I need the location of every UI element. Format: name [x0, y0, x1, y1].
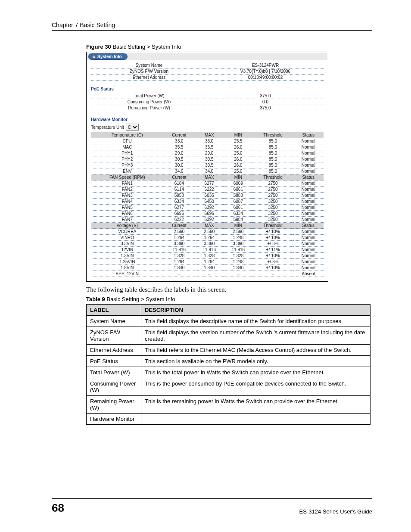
desc-label-cell: ZyNOS F/W Version: [87, 327, 141, 345]
hw-cell: 5984: [224, 217, 252, 223]
hw-cell: 25.0: [224, 150, 252, 156]
hw-cell: 2750: [252, 187, 293, 193]
hw-cell: Normal: [293, 217, 324, 223]
info-value: ES-3124PWR: [207, 62, 324, 68]
hw-cell: FAN4: [91, 199, 164, 205]
desc-value-cell: This field displays the version number o…: [141, 327, 371, 345]
hw-cell: 12VIN: [91, 247, 164, 253]
desc-value-cell: [141, 414, 371, 425]
temp-unit-select[interactable]: C: [126, 124, 139, 131]
hw-cell: 35.5: [164, 144, 195, 150]
table-row: FAN46334645060873250Normal: [91, 199, 324, 205]
table-row: VCOREA2.5602.5602.560+/-10%Normal: [91, 229, 324, 235]
hw-header-cell: Threshold: [252, 174, 293, 180]
hw-cell: 33.0: [164, 138, 195, 144]
hw-cell: 1.264: [164, 259, 195, 265]
hw-cell: 2750: [252, 193, 293, 199]
table-row: Consuming Power (W)This is the power con…: [87, 378, 371, 396]
page-number: 68: [52, 501, 64, 515]
hw-cell: Normal: [293, 265, 324, 271]
hw-cell: MAC: [91, 144, 164, 150]
hw-cell: 1.264: [195, 235, 224, 241]
hw-header-cell: Temperature (C): [91, 132, 164, 138]
info-row: System NameES-3124PWR: [91, 62, 324, 68]
hw-cell: BPS_12VIN: [91, 271, 164, 277]
hw-cell: 3.360: [195, 241, 224, 247]
system-info-screenshot: System Info System NameES-3124PWRZyNOS F…: [86, 52, 328, 282]
poe-label: Total Power (W): [91, 93, 207, 99]
hw-cell: 6222: [164, 217, 195, 223]
hw-cell: 1.328: [164, 253, 195, 259]
hw-cell: 3250: [252, 199, 293, 205]
hw-cell: 1.25VIN: [91, 259, 164, 265]
hw-header-cell: Status: [293, 132, 324, 138]
hw-cell: 3.3VIN: [91, 241, 164, 247]
hw-cell: 6334: [224, 211, 252, 217]
hw-cell: 85.0: [252, 162, 293, 168]
hw-cell: CPU: [91, 138, 164, 144]
hw-header-cell: MAX: [195, 132, 224, 138]
poe-row: Consuming Power (W)0.0: [91, 99, 324, 105]
hw-header-cell: Threshold: [252, 223, 293, 229]
hw-cell: Normal: [293, 229, 324, 235]
hw-cell: Normal: [293, 211, 324, 217]
desc-label-cell: Consuming Power (W): [87, 378, 141, 396]
poe-label: Remaining Power (W): [91, 105, 207, 111]
hw-cell: Normal: [293, 241, 324, 247]
hw-cell: 2.560: [195, 229, 224, 235]
table-row: Ethernet AddressThis field refers to the…: [87, 345, 371, 356]
table-row: MAC35.535.526.085.0Normal: [91, 144, 324, 150]
desc-value-cell: This is the remaining power in Watts the…: [141, 396, 371, 414]
hw-cell: 6114: [164, 187, 195, 193]
hw-cell: Normal: [293, 150, 324, 156]
hw-cell: 85.0: [252, 156, 293, 162]
table-row: 3.3VIN3.3603.3603.360+/-8%Normal: [91, 241, 324, 247]
table-row: 1.8VIN1.8401.8401.840+/-10%Normal: [91, 265, 324, 271]
hw-cell: 25.5: [224, 138, 252, 144]
table-row: 1.3VIN1.3281.3281.328+/-10%Normal: [91, 253, 324, 259]
hw-cell: Normal: [293, 193, 324, 199]
table-row: PoE StatusThis section is available on t…: [87, 356, 371, 367]
table-row: PHY230.530.526.085.0Normal: [91, 156, 324, 162]
hw-cell: FAN5: [91, 205, 164, 211]
hw-cell: 3.360: [164, 241, 195, 247]
hw-header-cell: Status: [293, 174, 324, 180]
poe-value: 375.0: [207, 105, 324, 111]
table-number: Table 9: [86, 296, 105, 302]
info-label: ZyNOS F/W Version: [91, 68, 207, 74]
hw-cell: 3250: [252, 211, 293, 217]
hw-cell: 11.916: [164, 247, 195, 253]
hw-cell: --: [224, 271, 252, 277]
hw-cell: 1.264: [195, 259, 224, 265]
poe-value: 0.0: [207, 99, 324, 105]
table-caption-text: Basic Setting > System Info: [105, 296, 175, 302]
figure-caption: Figure 30 Basic Setting > System Info: [86, 44, 372, 50]
hardware-monitor-table: Temperature (C)CurrentMAXMINThresholdSta…: [91, 132, 324, 277]
info-label: System Name: [91, 62, 207, 68]
desc-value-cell: This section is available on the PWR mod…: [141, 356, 371, 367]
poe-label: Consuming Power (W): [91, 99, 207, 105]
hw-cell: +/-11%: [252, 247, 293, 253]
system-info-tab[interactable]: System Info: [88, 53, 128, 60]
hw-cell: 85.0: [252, 144, 293, 150]
hw-header-cell: MIN: [224, 132, 252, 138]
figure-number: Figure 30: [86, 44, 111, 50]
table-row: FAN66696669663343250Normal: [91, 211, 324, 217]
table-row: FAN16184627760092750Normal: [91, 180, 324, 187]
hw-cell: 33.0: [195, 138, 224, 144]
table-row: FAN76222639259843250Normal: [91, 217, 324, 223]
hw-cell: 6009: [224, 180, 252, 187]
hw-cell: --: [252, 271, 293, 277]
hw-cell: 30.5: [195, 162, 224, 168]
hw-cell: 35.5: [195, 144, 224, 150]
desc-value-cell: This field displays the descriptive name…: [141, 316, 371, 327]
hw-cell: FAN7: [91, 217, 164, 223]
hw-header-cell: Current: [164, 174, 195, 180]
table-row: FAN26114622260612750Normal: [91, 187, 324, 193]
hw-cell: 1.8VIN: [91, 265, 164, 271]
info-value: V3.70(TY.0)b0 | 7/10/2006: [207, 68, 324, 74]
hw-header-cell: Threshold: [252, 132, 293, 138]
hw-cell: 5883: [224, 193, 252, 199]
hw-cell: 85.0: [252, 168, 293, 174]
hw-cell: Normal: [293, 162, 324, 168]
